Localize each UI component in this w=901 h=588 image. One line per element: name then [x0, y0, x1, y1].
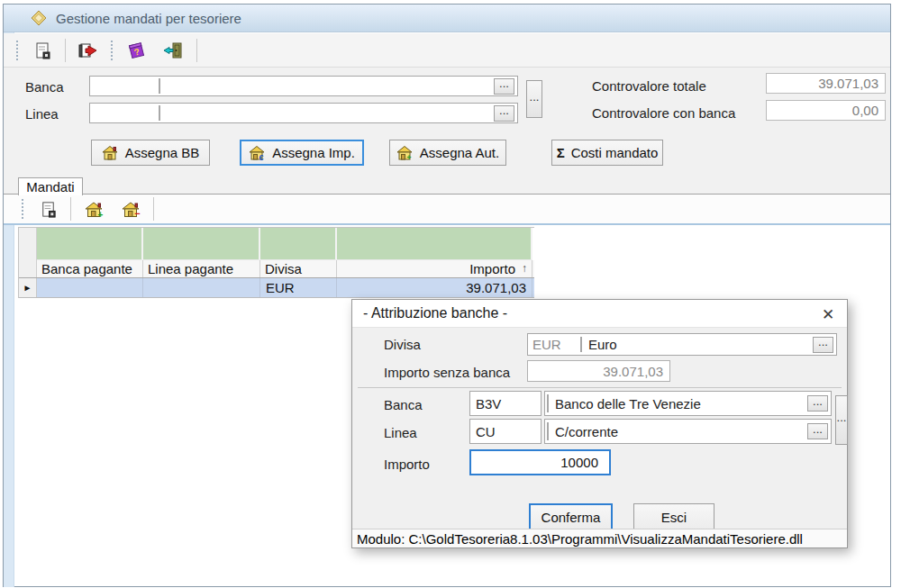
help-button[interactable]: ?: [123, 37, 151, 64]
grid-band-cell: [143, 228, 260, 260]
dialog-linea-desc-input[interactable]: [549, 420, 831, 443]
conferma-label: Conferma: [542, 510, 601, 525]
grid-group-band: [19, 227, 534, 260]
house-euro-icon: €: [249, 145, 266, 160]
tab-mandati[interactable]: Mandati: [18, 177, 83, 195]
svg-text:€: €: [259, 153, 264, 161]
dialog-divisa-browse-button[interactable]: ...: [813, 337, 833, 353]
banca-desc-input[interactable]: [160, 77, 517, 95]
add-bank-row-button[interactable]: +: [79, 195, 108, 222]
column-header-importo[interactable]: Importo ↑: [337, 260, 532, 277]
banca-field[interactable]: ...: [89, 76, 518, 96]
esci-button[interactable]: Esci: [633, 503, 714, 530]
titlebar: Gestione mandati per tesoriere: [4, 5, 890, 32]
assegna-aut-label: Assegna Aut.: [420, 145, 499, 160]
column-header-linea-pagante[interactable]: Linea pagante: [143, 260, 260, 277]
column-header-label: Banca pagante: [41, 260, 132, 277]
dialog-divisa-desc-input[interactable]: [582, 334, 836, 355]
column-header-banca-pagante[interactable]: Banca pagante: [37, 260, 143, 277]
grid-band-cell: [337, 228, 532, 260]
banca-code-input[interactable]: [90, 77, 159, 95]
dialog-banca-desc-input[interactable]: [549, 392, 831, 415]
dialog-banca-linea-browse-button[interactable]: ...: [835, 395, 848, 445]
house-flag-icon: [102, 145, 119, 160]
dialog-linea-code-input[interactable]: [470, 420, 541, 443]
banca-label: Banca: [25, 79, 64, 95]
column-header-label: Linea pagante: [148, 260, 233, 277]
banca-browse-button[interactable]: ...: [494, 78, 514, 95]
dialog-banca-code-input[interactable]: [470, 392, 541, 415]
linea-desc-input[interactable]: [160, 104, 517, 122]
column-header-label: Divisa: [265, 260, 302, 277]
dialog-linea-browse-button[interactable]: ...: [807, 423, 828, 439]
assegna-aut-button[interactable]: + Assegna Aut.: [389, 140, 506, 166]
dialog-importo-input[interactable]: [469, 449, 611, 475]
grid-new-record-button[interactable]: [33, 195, 62, 222]
dialog-group-divider: [358, 387, 842, 388]
grid-toolbar: + −: [4, 194, 890, 225]
costi-mandato-label: Costi mandato: [571, 145, 659, 160]
dialog-importo-senza-banca-label: Importo senza banca: [384, 365, 510, 380]
esci-label: Esci: [661, 510, 687, 525]
linea-code-input[interactable]: [90, 104, 159, 122]
costi-mandato-button[interactable]: Σ Costi mandato: [551, 140, 663, 166]
column-header-label: Importo: [469, 260, 515, 277]
conferma-button[interactable]: Conferma: [529, 503, 613, 530]
app-window: Gestione mandati per tesoriere: [0, 0, 901, 588]
dialog-importo-senza-banca-value: 39.071,03: [527, 360, 670, 382]
book-arrow-button[interactable]: [74, 37, 103, 64]
toolbar-grip[interactable]: [111, 41, 114, 60]
dialog-titlebar: - Attribuzione banche -: [352, 300, 847, 328]
controvalore-totale-label: Controvalore totale: [592, 78, 706, 94]
dialog-divisa-field[interactable]: ...: [527, 333, 837, 356]
dialog-title: - Attribuzione banche -: [363, 305, 507, 321]
assegna-bb-button[interactable]: Assegna BB: [91, 140, 210, 166]
importo-senza-banca-text: 39.071,03: [603, 364, 663, 379]
book-arrow-icon: [77, 41, 99, 60]
app-diamond-icon: [31, 10, 47, 26]
assegna-bb-label: Assegna BB: [125, 145, 200, 160]
toolbar-grip[interactable]: [22, 199, 25, 219]
controvalore-con-banca-value: 0,00: [766, 100, 886, 121]
assegna-imp-button[interactable]: € Assegna Imp.: [240, 140, 364, 166]
toolbar-separator: [196, 39, 197, 62]
document-icon: [39, 200, 58, 219]
close-icon[interactable]: ✕: [816, 303, 840, 326]
cell-text: 39.071,03: [466, 278, 526, 297]
linea-field[interactable]: ...: [89, 103, 518, 123]
linea-browse-button[interactable]: ...: [494, 105, 514, 122]
house-plus-icon: +: [84, 201, 104, 218]
column-header-divisa[interactable]: Divisa: [260, 260, 337, 277]
cell-banca-pagante: [37, 278, 143, 297]
dialog-linea-code-field[interactable]: [469, 419, 542, 444]
mandati-grid: Banca pagante Linea pagante Divisa Impor…: [18, 227, 534, 298]
toolbar-grip[interactable]: [16, 41, 20, 60]
dialog-divisa-code-input[interactable]: [528, 334, 580, 355]
cell-linea-pagante: [143, 278, 260, 297]
linea-label: Linea: [25, 106, 59, 122]
table-row[interactable]: ► EUR 39.071,03: [19, 278, 534, 298]
dialog-banca-browse-button[interactable]: ...: [807, 395, 828, 412]
assegna-imp-label: Assegna Imp.: [272, 145, 355, 160]
grid-band-selector-cell: [19, 228, 37, 260]
toolbar-separator: [70, 197, 71, 221]
main-toolbar: ?: [4, 33, 890, 68]
tab-mandati-label: Mandati: [26, 179, 74, 194]
tab-strip: [4, 176, 890, 194]
sigma-icon: Σ: [557, 145, 565, 160]
banca-linea-browse-button[interactable]: ...: [526, 80, 542, 118]
row-marker-icon: ►: [23, 283, 32, 293]
toolbar-separator: [65, 39, 66, 62]
new-record-button[interactable]: [28, 37, 57, 64]
cell-divisa: EUR: [260, 278, 337, 297]
dialog-banca-desc-field[interactable]: ...: [544, 391, 832, 416]
dialog-module-path: Modulo: C:\GoldTesoreria8.1.03\Programmi…: [357, 531, 803, 547]
dialog-linea-desc-field[interactable]: ...: [544, 419, 832, 444]
dialog-banca-code-field[interactable]: [469, 391, 542, 416]
document-icon: [32, 41, 52, 60]
remove-bank-row-button[interactable]: −: [116, 195, 145, 222]
svg-text:+: +: [406, 153, 411, 161]
dialog-status-bar: Modulo: C:\GoldTesoreria8.1.03\Programmi…: [352, 529, 847, 547]
exit-button[interactable]: [159, 37, 188, 64]
dialog-linea-label: Linea: [384, 425, 417, 440]
